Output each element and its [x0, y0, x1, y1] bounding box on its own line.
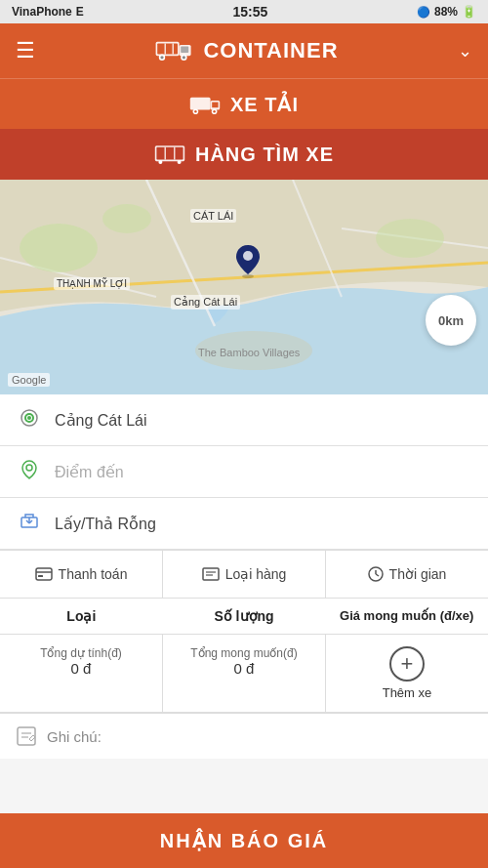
svg-point-7 [161, 56, 164, 59]
add-vehicle-label: Thêm xe [383, 685, 432, 700]
status-left: VinaPhone E [12, 5, 84, 19]
add-vehicle-icon: + [389, 646, 425, 682]
svg-rect-5 [182, 47, 189, 53]
filter-payment-btn[interactable]: Thanh toán [0, 551, 163, 598]
filter-time-label: Thời gian [389, 566, 447, 582]
desired-total-cell: Tổng mong muốn(đ) 0 đ [163, 635, 326, 712]
status-time: 15:55 [232, 4, 267, 20]
svg-point-31 [102, 204, 151, 233]
svg-point-16 [213, 110, 215, 112]
svg-point-38 [26, 465, 32, 471]
time-icon [368, 566, 384, 582]
filter-payment-label: Thanh toán [59, 566, 128, 582]
destination-text: Điểm đến [55, 463, 124, 481]
header-title-area: CONTAINER [154, 36, 338, 65]
estimated-total-label: Tổng dự tính(đ) [8, 646, 154, 660]
distance-badge: 0km [426, 295, 476, 346]
map-container: CÁT LÁI Cảng Cát Lái THẠNH MỸ LỢI The Ba… [0, 180, 488, 394]
svg-point-30 [376, 219, 444, 258]
header: ☰ CONTAINER ⌄ [0, 23, 488, 78]
svg-rect-1 [158, 43, 179, 54]
filter-row: Thanh toán Loại hàng Thời gian [0, 550, 488, 599]
desired-total-label: Tổng mong muốn(đ) [171, 646, 317, 660]
service-text: Lấy/Thả Rỗng [55, 515, 156, 533]
service-icon [16, 510, 43, 537]
tab-hang-tim-xe-label: HÀNG TÌM XE [195, 144, 334, 166]
svg-point-37 [27, 416, 31, 420]
col-type-header: Loại [0, 608, 163, 624]
filter-cargo-btn[interactable]: Loại hàng [163, 551, 326, 598]
truck-icon [189, 94, 221, 115]
distance-value: 0km [438, 313, 464, 328]
container-icon [154, 144, 185, 165]
origin-text: Cảng Cát Lái [55, 411, 147, 430]
payment-icon [35, 567, 53, 581]
desired-total-value: 0 đ [171, 660, 317, 677]
note-placeholder: Ghi chú: [47, 728, 102, 745]
svg-point-33 [242, 274, 254, 278]
note-icon [16, 725, 37, 747]
estimated-total-value: 0 đ [8, 660, 154, 677]
menu-icon[interactable]: ☰ [16, 40, 35, 62]
tab-hang-tim-xe[interactable]: HÀNG TÌM XE [0, 129, 488, 180]
col-quantity-header: Số lượng [163, 608, 326, 624]
tab-xe-tai[interactable]: XE TẢI [0, 78, 488, 129]
map-label-bamboo: The Bamboo Villages [195, 346, 303, 359]
bluetooth-icon: 🔵 [417, 6, 430, 19]
filter-time-btn[interactable]: Thời gian [326, 551, 488, 598]
map-label-cat-lai: CÁT LÁI [190, 209, 236, 223]
submit-button-label: NHẬN BÁO GIÁ [160, 829, 328, 852]
google-label: Google [8, 373, 50, 387]
table-data-row: Tổng dự tính(đ) 0 đ Tổng mong muốn(đ) 0 … [0, 635, 488, 713]
svg-rect-12 [212, 102, 218, 107]
tab-xe-tai-label: XE TẢI [230, 93, 299, 116]
status-bar: VinaPhone E 15:55 🔵 88% 🔋 [0, 0, 488, 23]
submit-button[interactable]: NHẬN BÁO GIÁ [0, 813, 488, 868]
map-label-thanh-my-loi: THẠNH MỸ LỢI [54, 277, 130, 290]
table-header: Loại Số lượng Giá mong muốn (đ/xe) [0, 599, 488, 635]
origin-row[interactable]: Cảng Cát Lái [0, 394, 488, 446]
svg-rect-43 [38, 575, 43, 577]
origin-icon [16, 406, 43, 434]
svg-point-34 [243, 251, 253, 261]
destination-row[interactable]: Điểm đến [0, 446, 488, 498]
note-row[interactable]: Ghi chú: [0, 713, 488, 759]
network-label: E [76, 5, 84, 19]
svg-rect-10 [190, 97, 211, 109]
svg-point-9 [183, 56, 185, 59]
carrier-label: VinaPhone [12, 5, 72, 19]
chevron-down-icon[interactable]: ⌄ [458, 40, 472, 62]
svg-point-22 [178, 160, 182, 164]
filter-cargo-label: Loại hàng [225, 566, 287, 582]
cargo-icon [202, 567, 220, 581]
svg-line-49 [376, 574, 379, 576]
col-price-header: Giá mong muốn (đ/xe) [325, 608, 488, 624]
svg-point-14 [194, 110, 196, 112]
header-title: CONTAINER [203, 38, 338, 63]
estimated-total-cell: Tổng dự tính(đ) 0 đ [0, 635, 163, 712]
map-pin [234, 243, 262, 282]
svg-rect-44 [203, 568, 219, 580]
status-right: 🔵 88% 🔋 [417, 5, 476, 19]
svg-point-21 [158, 160, 162, 164]
svg-rect-18 [156, 147, 183, 160]
add-vehicle-cell[interactable]: + Thêm xe [326, 635, 488, 712]
service-row[interactable]: Lấy/Thả Rỗng [0, 498, 488, 550]
map-label-cang-cat-lai: Cảng Cát Lái [171, 295, 240, 310]
battery-label: 88% [434, 5, 458, 19]
location-fields: Cảng Cát Lái Điểm đến Lấy/Thả Rỗng [0, 394, 488, 550]
destination-icon [16, 458, 43, 485]
svg-point-29 [20, 224, 98, 272]
container-truck-icon [154, 36, 193, 65]
battery-icon: 🔋 [462, 5, 476, 19]
svg-rect-41 [36, 568, 52, 580]
